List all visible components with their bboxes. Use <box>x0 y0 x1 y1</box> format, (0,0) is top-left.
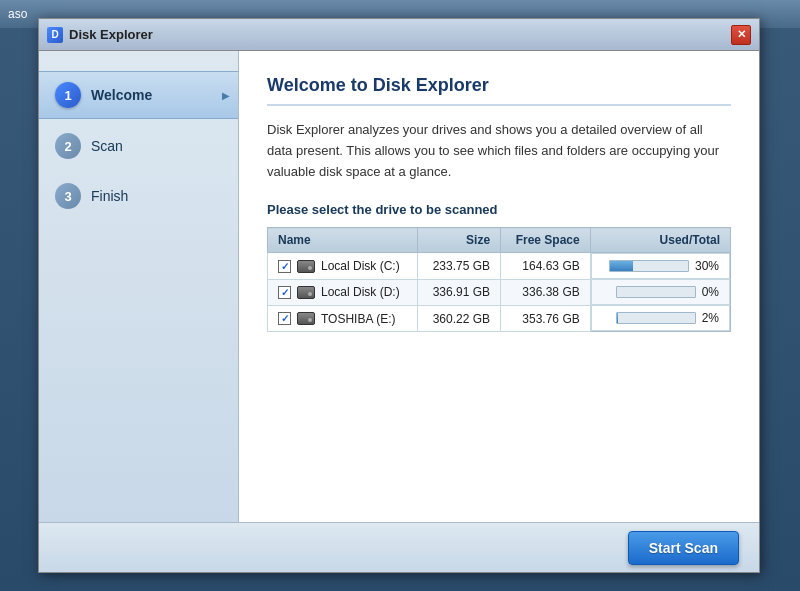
dialog-body: 1 Welcome 2 Scan 3 Finish Welcome to Dis… <box>39 51 759 522</box>
used-progress-bar <box>616 312 696 324</box>
drive-used-cell: 2% <box>591 305 730 331</box>
col-header-name: Name <box>268 228 418 253</box>
used-pct-label: 30% <box>695 259 719 273</box>
drive-used-cell: 30% <box>591 253 730 279</box>
col-header-size: Size <box>418 228 501 253</box>
used-progress-bar <box>609 260 689 272</box>
table-header: Name Size Free Space Used/Total <box>268 228 731 253</box>
sidebar-item-finish[interactable]: 3 Finish <box>39 173 238 219</box>
drive-name: TOSHIBA (E:) <box>321 312 395 326</box>
sidebar-label-finish: Finish <box>91 188 128 204</box>
drive-free: 164.63 GB <box>501 253 591 280</box>
select-label: Please select the drive to be scanned <box>267 202 731 217</box>
drive-size: 360.22 GB <box>418 305 501 332</box>
sidebar-item-welcome[interactable]: 1 Welcome <box>39 71 238 119</box>
table-row[interactable]: Local Disk (D:)336.91 GB336.38 GB0% <box>268 279 731 305</box>
step-circle-3: 3 <box>55 183 81 209</box>
drive-name: Local Disk (D:) <box>321 285 400 299</box>
close-button[interactable]: ✕ <box>731 25 751 45</box>
disk-explorer-dialog: D Disk Explorer ✕ 1 Welcome 2 Scan <box>38 18 760 573</box>
dialog-footer: Start Scan <box>39 522 759 572</box>
dialog-app-icon: D <box>47 27 63 43</box>
used-pct-label: 2% <box>702 311 719 325</box>
used-progress-fill <box>617 313 619 323</box>
start-scan-button[interactable]: Start Scan <box>628 531 739 565</box>
drive-free: 336.38 GB <box>501 279 591 305</box>
main-content: Welcome to Disk Explorer Disk Explorer a… <box>239 51 759 522</box>
sidebar-item-scan[interactable]: 2 Scan <box>39 123 238 169</box>
col-header-free: Free Space <box>501 228 591 253</box>
drive-used-cell: 0% <box>591 279 730 305</box>
step-circle-2: 2 <box>55 133 81 159</box>
drive-icon <box>297 260 315 273</box>
drive-checkbox[interactable] <box>278 260 291 273</box>
dialog-title-left: D Disk Explorer <box>47 27 153 43</box>
drive-icon <box>297 312 315 325</box>
drive-table: Name Size Free Space Used/Total Local Di… <box>267 227 731 332</box>
step-circle-1: 1 <box>55 82 81 108</box>
dialog-titlebar: D Disk Explorer ✕ <box>39 19 759 51</box>
sidebar-label-scan: Scan <box>91 138 123 154</box>
bg-title-text: aso <box>8 7 27 21</box>
drive-name-cell: Local Disk (D:) <box>268 279 418 305</box>
drive-checkbox[interactable] <box>278 286 291 299</box>
drive-size: 336.91 GB <box>418 279 501 305</box>
drive-table-body: Local Disk (C:)233.75 GB164.63 GB30%Loca… <box>268 253 731 332</box>
sidebar-label-welcome: Welcome <box>91 87 152 103</box>
used-progress-bar <box>616 286 696 298</box>
drive-free: 353.76 GB <box>501 305 591 332</box>
used-progress-fill <box>610 261 633 271</box>
drive-name: Local Disk (C:) <box>321 259 400 273</box>
drive-icon <box>297 286 315 299</box>
content-title: Welcome to Disk Explorer <box>267 75 731 106</box>
used-pct-label: 0% <box>702 285 719 299</box>
table-row[interactable]: TOSHIBA (E:)360.22 GB353.76 GB2% <box>268 305 731 332</box>
dialog-title: Disk Explorer <box>69 27 153 42</box>
drive-name-cell: TOSHIBA (E:) <box>268 305 418 332</box>
drive-size: 233.75 GB <box>418 253 501 280</box>
sidebar: 1 Welcome 2 Scan 3 Finish <box>39 51 239 522</box>
drive-checkbox[interactable] <box>278 312 291 325</box>
drive-name-cell: Local Disk (C:) <box>268 253 418 280</box>
table-row[interactable]: Local Disk (C:)233.75 GB164.63 GB30% <box>268 253 731 280</box>
content-description: Disk Explorer analyzes your drives and s… <box>267 120 731 182</box>
col-header-used: Used/Total <box>590 228 730 253</box>
